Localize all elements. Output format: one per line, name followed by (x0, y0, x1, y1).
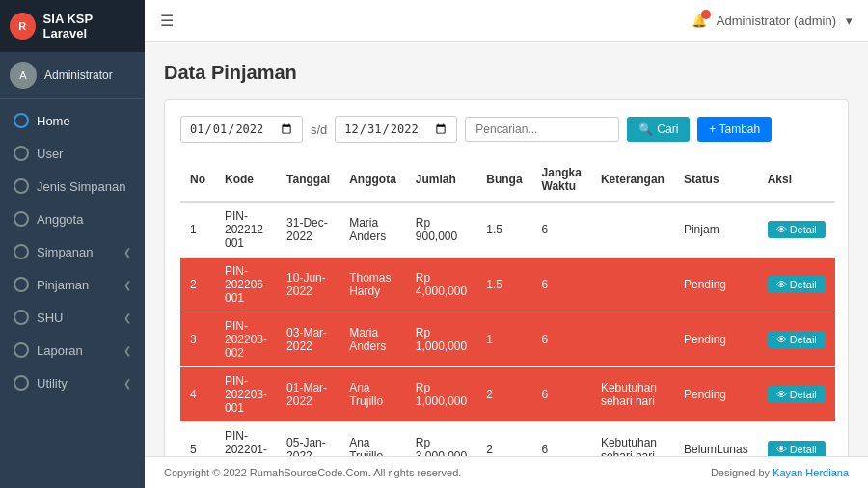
date-from-input[interactable] (180, 116, 303, 143)
sidebar-label-laporan: Laporan (37, 343, 83, 358)
detail-button[interactable]: 👁 Detail (768, 441, 826, 456)
cell-anggota: Ana Trujillo (339, 367, 406, 422)
page-title: Data Pinjaman (164, 62, 849, 84)
sidebar-item-utility[interactable]: Utility ❮ (0, 366, 145, 399)
footer-rights: All rights reserved. (373, 467, 461, 478)
bell-badge (701, 10, 711, 19)
sidebar-item-user[interactable]: User (0, 137, 145, 170)
cell-kode: PIN-202206-001 (215, 258, 277, 312)
sidebar-item-pinjaman[interactable]: Pinjaman ❮ (0, 268, 145, 301)
sidebar-dot (14, 277, 29, 292)
hamburger-icon[interactable]: ☰ (160, 12, 174, 30)
cell-anggota: Thomas Hardy (339, 258, 406, 312)
cell-bunga: 1.5 (476, 258, 531, 312)
cell-aksi: 👁 Detail (758, 312, 835, 367)
cell-jumlah: Rp 4,000,000 (406, 258, 476, 312)
bell-icon[interactable]: 🔔 (692, 14, 707, 28)
cell-tanggal: 05-Jan-2022 (277, 422, 339, 457)
sidebar-label-anggota: Anggota (37, 212, 83, 227)
cell-status: BelumLunas (674, 422, 758, 457)
sidebar-item-home[interactable]: Home (0, 104, 145, 137)
sidebar-label-home: Home (37, 114, 70, 128)
admin-label[interactable]: Administrator (admin) (717, 14, 836, 28)
sidebar-item-simpanan[interactable]: Simpanan ❮ (0, 235, 145, 268)
eye-icon: 👁 (776, 334, 787, 345)
topbar-right: 🔔 Administrator (admin) ▾ (692, 14, 853, 28)
topbar-left: ☰ (160, 12, 174, 30)
cell-anggota: Ana Trujillo (339, 422, 406, 457)
sidebar-nav: Home User Jenis Simpanan Anggota Sim (0, 99, 145, 488)
search-input[interactable] (465, 117, 619, 142)
footer-designer-link[interactable]: Kayan Herdiana (773, 467, 849, 478)
cell-no: 2 (180, 258, 215, 312)
table-row: 1PIN-202212-00131-Dec-2022Maria AndersRp… (180, 202, 835, 258)
cell-status: Pending (674, 367, 758, 422)
topbar: ☰ 🔔 Administrator (admin) ▾ (145, 0, 868, 42)
sidebar-label-shu: SHU (37, 311, 63, 325)
cell-bunga: 1 (476, 312, 531, 367)
footer-designed-by: Designed by (711, 467, 773, 478)
cell-status: Pending (674, 258, 758, 312)
cell-jumlah: Rp 900,000 (406, 202, 476, 258)
sidebar-item-laporan[interactable]: Laporan ❮ (0, 334, 145, 366)
detail-button[interactable]: 👁 Detail (768, 221, 826, 238)
sidebar-dot (14, 113, 29, 128)
date-to-input[interactable] (335, 116, 457, 143)
eye-icon: 👁 (776, 389, 787, 400)
cell-aksi: 👁 Detail (758, 202, 835, 258)
cell-kode: PIN-202203-002 (215, 312, 277, 367)
cell-jumlah: Rp 1,000,000 (406, 312, 476, 367)
table-row: 5PIN-202201-00205-Jan-2022Ana TrujilloRp… (180, 422, 835, 457)
sidebar-dot (14, 310, 29, 325)
cell-kode: PIN-202212-001 (215, 202, 277, 258)
footer-left: Copyright © 2022 RumahSourceCode.Com. Al… (164, 467, 461, 478)
sidebar-label-utility: Utility (37, 376, 68, 391)
cell-status: Pinjam (674, 202, 758, 258)
cell-bunga: 2 (476, 422, 531, 457)
cell-anggota: Maria Anders (339, 202, 406, 258)
eye-icon: 👁 (776, 444, 787, 455)
cell-keterangan: Kebutuhan sehari hari (591, 422, 674, 457)
avatar: A (10, 62, 37, 89)
detail-button[interactable]: 👁 Detail (768, 276, 826, 293)
sidebar-dot (14, 244, 29, 259)
footer-copy: Copyright © 2022 RumahSourceCode.Com. (164, 467, 371, 478)
cell-no: 1 (180, 202, 215, 258)
table-row: 2PIN-202206-00110-Jun-2022Thomas HardyRp… (180, 258, 835, 312)
cell-kode: PIN-202201-002 (215, 422, 277, 457)
col-tanggal: Tanggal (277, 158, 339, 202)
cell-tanggal: 31-Dec-2022 (277, 202, 339, 258)
cell-aksi: 👁 Detail (758, 367, 835, 422)
cell-anggota: Maria Anders (339, 312, 406, 367)
sidebar-item-shu[interactable]: SHU ❮ (0, 301, 145, 334)
sidebar-label-user: User (37, 147, 63, 161)
tambah-label: + Tambah (709, 122, 760, 136)
cell-no: 5 (180, 422, 215, 457)
cell-keterangan (591, 312, 674, 367)
sidebar-label-jenis-simpanan: Jenis Simpanan (37, 179, 126, 194)
cell-bunga: 1.5 (476, 202, 531, 258)
tambah-button[interactable]: + Tambah (697, 117, 772, 142)
search-label: Cari (657, 122, 678, 136)
cell-aksi: 👁 Detail (758, 258, 835, 312)
cell-tanggal: 10-Jun-2022 (277, 258, 339, 312)
cell-keterangan (591, 202, 674, 258)
logo-icon: R (10, 13, 36, 40)
sidebar-logo: R SIA KSP Laravel (0, 0, 145, 52)
detail-button[interactable]: 👁 Detail (768, 331, 826, 348)
sidebar-item-jenis-simpanan[interactable]: Jenis Simpanan (0, 170, 145, 203)
sidebar-dot (14, 146, 29, 161)
chevron-icon: ❮ (123, 312, 131, 323)
col-jangka: Jangka Waktu (532, 158, 591, 202)
sidebar-dot (14, 342, 29, 358)
cell-jumlah: Rp 3,000,000 (406, 422, 476, 457)
detail-button[interactable]: 👁 Detail (768, 386, 826, 403)
col-anggota: Anggota (339, 158, 406, 202)
search-button[interactable]: 🔍 Cari (627, 117, 690, 142)
cell-keterangan: Kebutuhan sehari hari (591, 367, 674, 422)
col-bunga: Bunga (476, 158, 531, 202)
app-name: SIA KSP Laravel (43, 12, 135, 41)
sidebar-dot (14, 211, 29, 227)
content: Data Pinjaman s/d 🔍 Cari + Tambah (145, 42, 868, 456)
sidebar-item-anggota[interactable]: Anggota (0, 203, 145, 235)
